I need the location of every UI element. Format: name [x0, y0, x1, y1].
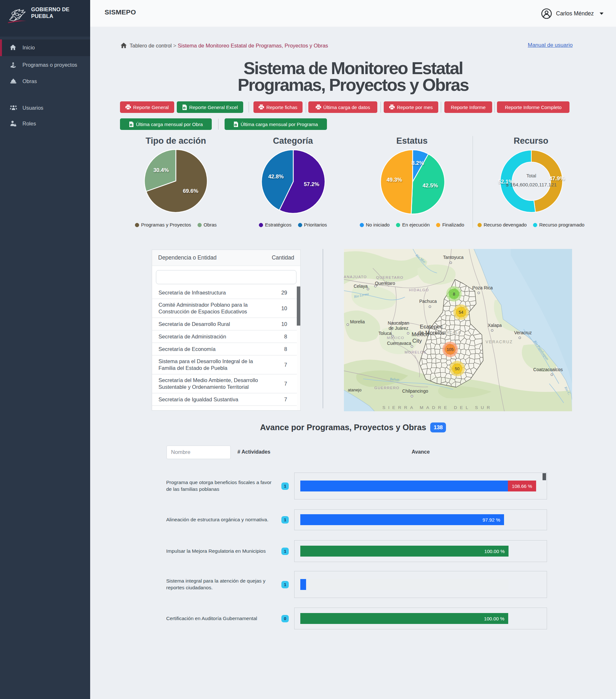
svg-text:47.9%: 47.9%	[549, 175, 565, 182]
svg-text:8: 8	[453, 292, 455, 296]
svg-text:Mexico: Mexico	[411, 331, 429, 338]
svg-text:Querétaro: Querétaro	[375, 281, 395, 286]
svg-text:x: x	[130, 123, 132, 126]
svg-text:QUERETARO: QUERETARO	[376, 276, 404, 279]
svg-text:Ecatepec: Ecatepec	[420, 324, 443, 330]
svg-text:Veracruz: Veracruz	[514, 330, 532, 335]
svg-text:SIERRA MADRE DEL SUR: SIERRA MADRE DEL SUR	[382, 405, 493, 410]
svg-text:8.2%: 8.2%	[411, 160, 424, 166]
svg-text:105: 105	[447, 347, 454, 352]
svg-text:42.8%: 42.8%	[268, 173, 284, 180]
svg-text:Tantoyuca: Tantoyuca	[443, 255, 463, 260]
svg-text:HIDALGO: HIDALGO	[409, 288, 429, 292]
svg-text:50: 50	[455, 366, 459, 371]
svg-text:30.4%: 30.4%	[153, 167, 169, 173]
svg-text:Morelia: Morelia	[350, 319, 365, 324]
svg-text:JANAJUATO: JANAJUATO	[344, 275, 367, 279]
svg-text:Total: Total	[526, 173, 536, 179]
svg-text:TLAXCALA: TLAXCALA	[438, 330, 461, 334]
svg-text:Coatzacoalcos: Coatzacoalcos	[533, 367, 563, 372]
svg-text:x: x	[235, 123, 236, 126]
svg-text:de Juárez: de Juárez	[389, 326, 408, 331]
svg-text:Celaya: Celaya	[354, 283, 368, 289]
svg-text:Chilpancingo: Chilpancingo	[402, 388, 428, 394]
svg-text:Naucalpan: Naucalpan	[388, 320, 409, 326]
svg-text:Pachuca: Pachuca	[419, 299, 437, 304]
svg-text:42.5%: 42.5%	[422, 183, 438, 189]
svg-text:City: City	[412, 338, 422, 344]
svg-text:54: 54	[459, 310, 463, 315]
svg-text:MEXICO: MEXICO	[387, 336, 404, 340]
svg-text:Poza Rica: Poza Rica	[472, 285, 493, 290]
svg-text:Xalapa: Xalapa	[488, 323, 502, 328]
svg-text:69.6%: 69.6%	[183, 188, 198, 194]
svg-text:MORELOS: MORELOS	[405, 350, 427, 354]
svg-text:atanejo: atanejo	[348, 387, 362, 392]
svg-text:$ 164,600,020,117.121: $ 164,600,020,117.121	[506, 182, 556, 187]
svg-text:52.1%: 52.1%	[498, 179, 513, 185]
svg-text:GUERRERO: GUERRERO	[375, 386, 399, 390]
svg-text:Toluca: Toluca	[379, 331, 392, 336]
svg-text:VERACRUZ: VERACRUZ	[486, 340, 513, 344]
svg-text:57.2%: 57.2%	[304, 181, 319, 187]
svg-text:x: x	[184, 106, 185, 109]
svg-text:Balsas: Balsas	[390, 377, 399, 381]
svg-text:49.3%: 49.3%	[386, 177, 402, 183]
svg-text:Cuernavaca: Cuernavaca	[387, 341, 411, 346]
